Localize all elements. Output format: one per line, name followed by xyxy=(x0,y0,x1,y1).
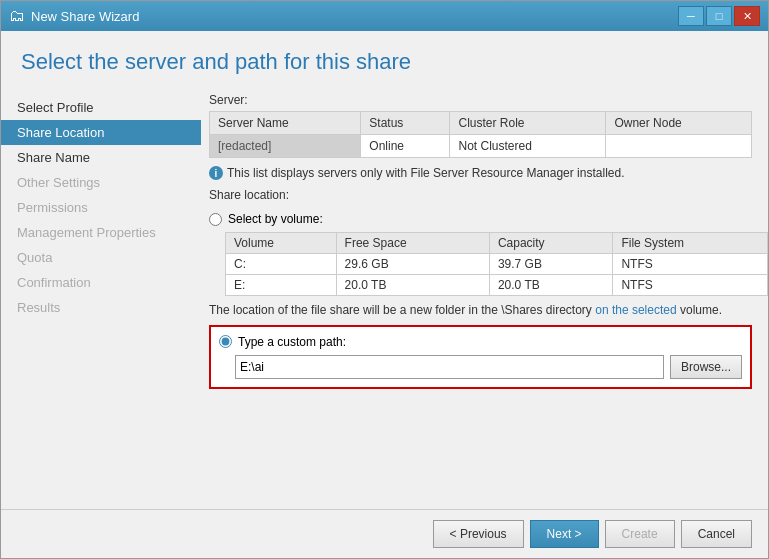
next-button[interactable]: Next > xyxy=(530,520,599,548)
select-by-volume-label: Select by volume: xyxy=(228,212,323,226)
title-bar: 🗂 New Share Wizard ─ □ ✕ xyxy=(1,1,768,31)
vol-col-free-space: Free Space xyxy=(336,233,489,254)
title-bar-left: 🗂 New Share Wizard xyxy=(9,7,139,25)
sidebar-item-share-location[interactable]: Share Location xyxy=(1,120,201,145)
server-status-cell: Online xyxy=(361,135,450,158)
maximize-button[interactable]: □ xyxy=(706,6,732,26)
server-table: Server Name Status Cluster Role Owner No… xyxy=(209,111,752,158)
custom-path-radio[interactable] xyxy=(219,335,232,348)
location-note-link: on the selected xyxy=(595,303,676,317)
right-panel: Server: Server Name Status Cluster Role … xyxy=(201,85,768,509)
info-icon: i xyxy=(209,166,223,180)
col-owner-node: Owner Node xyxy=(606,112,752,135)
vol-e-fs: NTFS xyxy=(613,275,768,296)
share-location-section: Share location: Select by volume: Volume… xyxy=(209,188,752,389)
sidebar-item-results: Results xyxy=(1,295,201,320)
volume-table: Volume Free Space Capacity File System C… xyxy=(225,232,768,296)
vol-c-free: 29.6 GB xyxy=(336,254,489,275)
server-owner-node-cell xyxy=(606,135,752,158)
sidebar-item-share-name[interactable]: Share Name xyxy=(1,145,201,170)
vol-e-capacity: 20.0 TB xyxy=(489,275,613,296)
sidebar-item-permissions: Permissions xyxy=(1,195,201,220)
col-cluster-role: Cluster Role xyxy=(450,112,606,135)
server-cluster-role-cell: Not Clustered xyxy=(450,135,606,158)
custom-path-section: Type a custom path: Browse... xyxy=(209,325,752,389)
server-section: Server: Server Name Status Cluster Role … xyxy=(209,93,752,158)
vol-e-name: E: xyxy=(226,275,337,296)
sidebar-item-management-properties: Management Properties xyxy=(1,220,201,245)
vol-c-fs: NTFS xyxy=(613,254,768,275)
select-by-volume-radio[interactable] xyxy=(209,213,222,226)
sidebar-item-select-profile[interactable]: Select Profile xyxy=(1,95,201,120)
server-name-cell: [redacted] xyxy=(210,135,361,158)
sidebar-item-confirmation: Confirmation xyxy=(1,270,201,295)
title-bar-buttons: ─ □ ✕ xyxy=(678,6,760,26)
browse-button[interactable]: Browse... xyxy=(670,355,742,379)
custom-path-label: Type a custom path: xyxy=(238,335,346,349)
vol-col-capacity: Capacity xyxy=(489,233,613,254)
location-note-text1: The location of the file share will be a… xyxy=(209,303,592,317)
select-by-volume-row: Select by volume: xyxy=(209,212,752,226)
location-note: The location of the file share will be a… xyxy=(209,302,752,319)
main-layout: Select Profile Share Location Share Name… xyxy=(1,85,768,509)
minimize-button[interactable]: ─ xyxy=(678,6,704,26)
footer: < Previous Next > Create Cancel xyxy=(1,509,768,558)
close-button[interactable]: ✕ xyxy=(734,6,760,26)
content-area: Select the server and path for this shar… xyxy=(1,31,768,558)
server-label: Server: xyxy=(209,93,752,107)
sidebar-item-quota: Quota xyxy=(1,245,201,270)
previous-button[interactable]: < Previous xyxy=(433,520,524,548)
vol-c-capacity: 39.7 GB xyxy=(489,254,613,275)
cancel-button[interactable]: Cancel xyxy=(681,520,752,548)
info-text-row: i This list displays servers only with F… xyxy=(209,166,752,180)
sidebar-item-other-settings: Other Settings xyxy=(1,170,201,195)
path-input[interactable] xyxy=(235,355,664,379)
main-window: 🗂 New Share Wizard ─ □ ✕ Select the serv… xyxy=(0,0,769,559)
vol-col-volume: Volume xyxy=(226,233,337,254)
info-message: This list displays servers only with Fil… xyxy=(227,166,624,180)
volume-row-e[interactable]: E: 20.0 TB 20.0 TB NTFS xyxy=(226,275,768,296)
vol-col-filesystem: File System xyxy=(613,233,768,254)
col-server-name: Server Name xyxy=(210,112,361,135)
vol-c-name: C: xyxy=(226,254,337,275)
window-icon: 🗂 xyxy=(9,7,25,25)
page-title: Select the server and path for this shar… xyxy=(1,31,768,85)
create-button[interactable]: Create xyxy=(605,520,675,548)
col-status: Status xyxy=(361,112,450,135)
location-note-text2: volume. xyxy=(680,303,722,317)
sidebar: Select Profile Share Location Share Name… xyxy=(1,85,201,509)
vol-e-free: 20.0 TB xyxy=(336,275,489,296)
custom-path-radio-row: Type a custom path: xyxy=(219,335,742,349)
share-location-label: Share location: xyxy=(209,188,752,202)
path-input-row: Browse... xyxy=(235,355,742,379)
table-row[interactable]: [redacted] Online Not Clustered xyxy=(210,135,752,158)
volume-row-c[interactable]: C: 29.6 GB 39.7 GB NTFS xyxy=(226,254,768,275)
window-title: New Share Wizard xyxy=(31,9,139,24)
